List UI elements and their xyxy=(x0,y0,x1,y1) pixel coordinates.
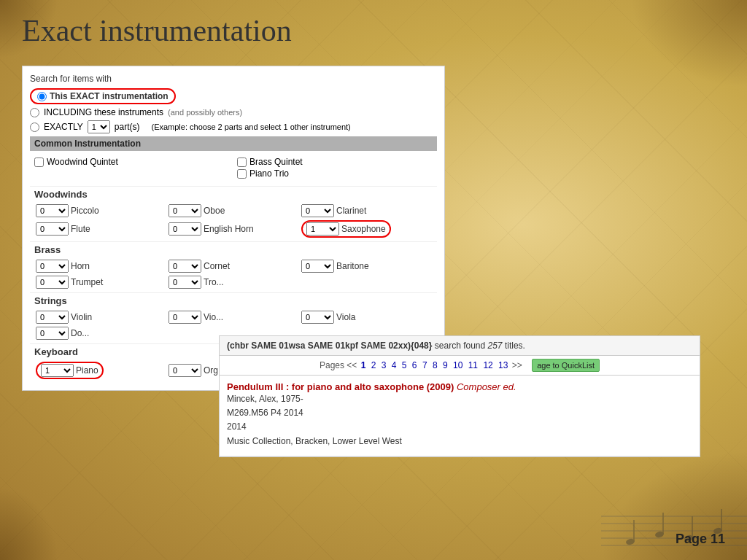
page-link-8[interactable]: 8 xyxy=(433,360,438,370)
saxophone-label: Saxophone xyxy=(341,224,386,234)
flute-cell: 012 Flute xyxy=(34,219,167,238)
violin-qty[interactable]: 01 xyxy=(36,311,69,324)
flute-qty[interactable]: 012 xyxy=(36,222,69,236)
radio-including-row: INCLUDING these instruments (and possibl… xyxy=(30,107,437,117)
search-label: Search for items with xyxy=(30,74,437,84)
violin2-label: Vio... xyxy=(204,312,223,322)
add-to-quicklist-button[interactable]: age to QuickList xyxy=(532,359,600,372)
english-horn-cell: 012 English Horn xyxy=(167,219,300,238)
radio-including[interactable] xyxy=(30,108,39,117)
brass-quintet-label[interactable]: Brass Quintet xyxy=(237,157,433,167)
oboe-label: Oboe xyxy=(204,206,225,216)
result-edition: Composer ed. xyxy=(457,381,516,392)
result-title: Pendulum III : for piano and alto saxoph… xyxy=(227,381,692,392)
woodwind-quintet-label[interactable]: Woodwind Quintet xyxy=(34,157,230,167)
results-found-text: search found xyxy=(435,341,488,351)
results-query: (chbr SAME 01wsa SAME 01kpf SAME 02xx){0… xyxy=(227,341,432,351)
results-count: 257 xyxy=(488,341,503,351)
trumpet-label: Trumpet xyxy=(71,277,103,287)
radio-exact[interactable] xyxy=(37,92,47,101)
violin2-cell: 01 Vio... xyxy=(167,310,300,324)
oboe-cell: 012 Oboe xyxy=(167,203,300,218)
piano-trio-label[interactable]: Piano Trio xyxy=(237,168,433,179)
results-count-unit: titles. xyxy=(505,341,525,351)
clarinet-label: Clarinet xyxy=(336,206,366,216)
piano-trio-check[interactable] xyxy=(237,169,247,179)
woodwind-quintet-check[interactable] xyxy=(34,158,44,167)
cornet-label: Cornet xyxy=(204,261,230,271)
common-instrumentation-grid: Woodwind Quintet Brass Quintet Piano Tri… xyxy=(30,154,437,182)
results-pages: Pages << 1 2 3 4 5 6 7 8 9 10 11 12 13 >… xyxy=(220,356,700,376)
trumpet-cell: 01 Trumpet xyxy=(34,275,167,289)
radio-exactly[interactable] xyxy=(30,122,39,132)
piano-label: Piano xyxy=(76,365,98,376)
english-horn-label: English Horn xyxy=(204,224,254,234)
result-item: Pendulum III : for piano and alto saxoph… xyxy=(220,376,700,456)
brass-quintet-check[interactable] xyxy=(237,158,247,167)
oboe-qty[interactable]: 012 xyxy=(169,204,201,217)
page-link-3[interactable]: 3 xyxy=(382,360,387,370)
page-link-11[interactable]: 11 xyxy=(468,360,478,370)
results-header: (chbr SAME 01wsa SAME 01kpf SAME 02xx){0… xyxy=(220,336,700,356)
radio-including-label: INCLUDING these instruments xyxy=(44,107,163,117)
viola-qty[interactable]: 01 xyxy=(301,311,334,324)
piccolo-qty[interactable]: 012 xyxy=(36,204,69,217)
cornet-cell: 01 Cornet xyxy=(167,259,300,273)
baritone-label: Baritone xyxy=(336,261,369,271)
page-link-7[interactable]: 7 xyxy=(422,360,427,370)
radio-including-note: (and possibly others) xyxy=(168,108,242,117)
exactly-qty-select[interactable]: 1234 xyxy=(88,120,110,133)
page-link-2[interactable]: 2 xyxy=(371,360,376,370)
woodwinds-grid: 012 Piccolo 012 Oboe 012 Clarinet 012 Fl… xyxy=(30,202,437,240)
double-bass-cell: 01 Do... xyxy=(34,326,167,341)
double-bass-qty[interactable]: 01 xyxy=(36,327,69,340)
cornet-qty[interactable]: 01 xyxy=(169,260,201,273)
violin2-qty[interactable]: 01 xyxy=(169,311,201,324)
trombone-qty[interactable]: 01 xyxy=(169,276,201,289)
english-horn-qty[interactable]: 012 xyxy=(169,222,201,236)
result-location: Music Collection, Bracken, Lower Level W… xyxy=(227,435,692,448)
brass-grid: 01 Horn 01 Cornet 01 Baritone 01 Trumpet… xyxy=(30,257,437,291)
page-title: Exact instrumentation xyxy=(22,13,292,48)
result-author: Mincek, Alex, 1975- xyxy=(227,392,692,406)
page-link-4[interactable]: 4 xyxy=(392,360,397,370)
piccolo-label: Piccolo xyxy=(71,206,99,216)
double-bass-label: Do... xyxy=(71,328,89,338)
brass-label: Brass xyxy=(30,241,437,257)
page-link-12[interactable]: 12 xyxy=(483,360,492,370)
violin-label: Violin xyxy=(71,312,92,322)
piccolo-cell: 012 Piccolo xyxy=(34,203,167,218)
baritone-qty[interactable]: 01 xyxy=(301,260,334,273)
clarinet-qty[interactable]: 012 xyxy=(301,204,334,217)
music-decoration xyxy=(601,502,747,560)
radio-exactly-example: (Example: choose 2 parts and select 1 ot… xyxy=(151,122,350,131)
baritone-cell: 01 Baritone xyxy=(300,259,433,273)
results-panel: (chbr SAME 01wsa SAME 01kpf SAME 02xx){0… xyxy=(219,335,700,457)
trombone-label: Tro... xyxy=(204,277,224,287)
piano-cell: 012 Piano xyxy=(34,361,167,380)
piano-qty[interactable]: 012 xyxy=(41,364,74,377)
horn-label: Horn xyxy=(71,261,90,271)
saxophone-qty[interactable]: 012 xyxy=(306,222,339,236)
organ-qty[interactable]: 01 xyxy=(169,364,201,377)
page-link-10[interactable]: 10 xyxy=(453,360,462,370)
page-link-5[interactable]: 5 xyxy=(402,360,407,370)
result-title-text: Pendulum III : for piano and alto saxoph… xyxy=(227,381,454,392)
saxophone-cell: 012 Saxophone xyxy=(300,219,433,238)
result-title-link[interactable]: Pendulum III : for piano and alto saxoph… xyxy=(227,381,516,392)
horn-cell: 01 Horn xyxy=(34,259,167,273)
trumpet-qty[interactable]: 01 xyxy=(36,276,69,289)
radio-exactly-unit: part(s) xyxy=(115,122,140,132)
page-badge: Page 11 xyxy=(676,532,725,547)
result-meta: Mincek, Alex, 1975- M269.M56 P4 2014 201… xyxy=(227,392,692,448)
page-link-13[interactable]: 13 xyxy=(498,360,508,370)
result-year: 2014 xyxy=(227,420,692,434)
radio-exact-label: This EXACT instrumentation xyxy=(50,91,169,101)
page-link-9[interactable]: 9 xyxy=(443,360,448,370)
radio-exact-row: This EXACT instrumentation xyxy=(30,88,437,104)
horn-qty[interactable]: 01 xyxy=(36,260,69,273)
common-instrumentation-header: Common Instrumentation xyxy=(30,136,437,151)
page-link-1[interactable]: 1 xyxy=(361,360,366,370)
page-link-6[interactable]: 6 xyxy=(412,360,417,370)
result-call-number: M269.M56 P4 2014 xyxy=(227,406,692,420)
